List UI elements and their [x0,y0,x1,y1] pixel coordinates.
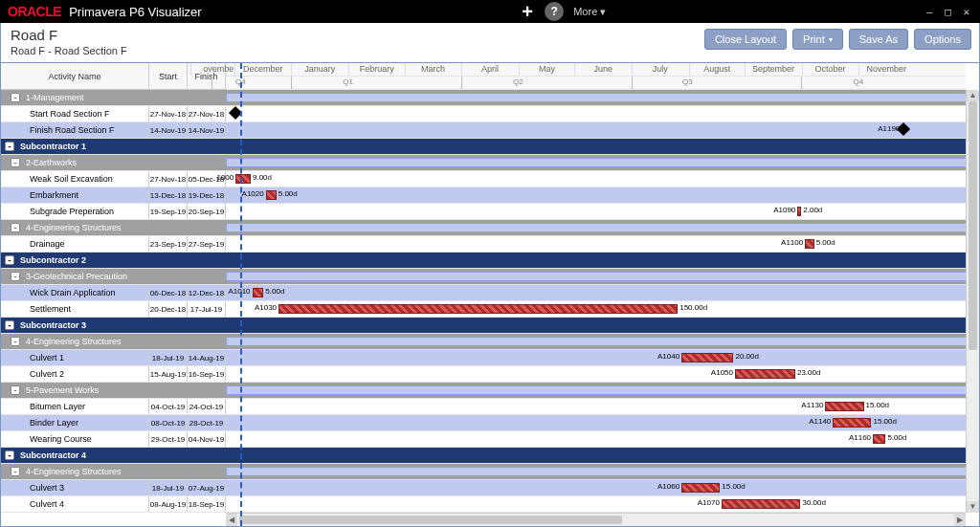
bar-duration-label: 2.00d [803,206,822,214]
activity-row[interactable]: Subgrade Preperation19-Sep-1920-Sep-19A1… [1,204,979,220]
close-layout-button[interactable]: Close Layout [704,29,787,50]
group-band[interactable]: -3-Geotechnical Precaution [1,269,979,285]
start-date: 06-Dec-18 [149,285,188,300]
oracle-logo: ORACLE [8,4,61,19]
timeline-month: June [593,64,612,74]
chevron-down-icon: ▾ [829,35,833,44]
finish-date: 14-Aug-19 [188,350,226,365]
gantt-cell: A11005.00d [226,236,979,252]
timeline-header[interactable]: ovembeDecemberJanuaryFebruaryMarchAprilM… [226,63,966,90]
gantt-cell: A1030150.00d [226,301,979,317]
bar-id-label: A1040 [651,352,679,361]
activity-name: 4-Engineering Structures [1,464,149,479]
activity-name: 3-Geotechnical Precaution [1,269,149,284]
start-date [149,318,188,333]
group-band[interactable]: -5-Pavement Works [1,383,979,399]
finish-date [188,139,226,154]
options-button[interactable]: Options [914,29,971,50]
column-header-activity[interactable]: Activity Name [1,63,149,90]
scroll-up-icon[interactable]: ▲ [967,90,979,101]
start-date: 13-Dec-18 [149,187,188,203]
timeline-month: August [703,64,730,74]
bar-id-label: A1190 [871,124,900,133]
scroll-right-icon[interactable]: ▶ [954,514,966,526]
subcontractor-band[interactable]: -Subcontractor 3 [1,318,979,334]
scroll-thumb[interactable] [239,516,622,524]
group-band[interactable]: -2-Earthworks [1,155,979,171]
gantt-bar[interactable] [681,483,720,493]
activity-name: 2-Earthworks [1,155,149,170]
save-as-button[interactable]: Save As [849,29,908,50]
finish-date [188,334,226,349]
horizontal-scrollbar[interactable]: ◀ ▶ [226,513,966,526]
finish-date [188,253,226,268]
gantt-bar[interactable] [873,434,885,444]
finish-date [188,90,226,105]
activity-row[interactable]: Binder Layer08-Oct-1928-Oct-19A114015.00… [1,415,979,431]
activity-name: Culvert 4 [1,496,149,512]
bar-id-label: 1000 [205,173,234,182]
group-band[interactable]: -4-Engineering Structures [1,464,979,480]
activity-row[interactable]: Weak Soil Excavation27-Nov-1805-Dec-1810… [1,171,979,187]
help-icon[interactable]: ? [545,2,564,21]
activity-row[interactable]: Culvert 408-Aug-1918-Sep-19A107030.00d [1,496,979,513]
activity-row[interactable]: Culvert 215-Aug-1916-Sep-19A105023.00d [1,366,979,383]
group-band[interactable]: -4-Engineering Structures [1,334,979,350]
gantt-bar[interactable] [235,174,251,184]
subcontractor-band[interactable]: -Subcontractor 1 [1,139,979,155]
finish-date [188,155,226,170]
window-controls[interactable]: — □ ✕ [926,6,972,18]
activity-name: Culvert 1 [1,350,149,365]
activity-name: Bitumen Layer [1,399,149,414]
activity-name: Subcontractor 1 [1,139,149,154]
gantt-bar[interactable] [266,190,277,200]
activity-row[interactable]: Finish Road Section F14-Nov-1914-Nov-19A… [1,122,979,139]
scroll-left-icon[interactable]: ◀ [226,514,237,526]
timeline-quarter: Q2 [513,77,523,86]
finish-date [188,448,226,463]
activity-row[interactable]: Drainage23-Sep-1927-Sep-19A11005.00d [1,236,979,253]
gantt-bar[interactable] [253,288,264,297]
gantt-bar[interactable] [681,353,733,362]
activity-name: Culvert 2 [1,366,149,382]
activity-row[interactable]: Wick Drain Application06-Dec-1812-Dec-18… [1,285,979,301]
print-button[interactable]: Print▾ [792,29,843,50]
activity-row[interactable]: Culvert 318-Jul-1907-Aug-19A106015.00d [1,480,979,496]
subcontractor-band[interactable]: -Subcontractor 4 [1,448,979,464]
timeline-quarter: Q3 [682,77,693,86]
gantt-cell: A10205.00d [226,187,979,203]
finish-date: 16-Sep-19 [188,366,226,382]
gantt-bar[interactable] [722,499,801,509]
layout-header: Road F Road F - Road Section F Close Lay… [0,23,980,63]
scroll-down-icon[interactable]: ▼ [967,501,979,513]
gantt-cell: A105023.00d [226,366,979,382]
gantt-bar[interactable] [735,369,795,379]
activity-row[interactable]: Embarkment13-Dec-1819-Dec-18A10205.00d [1,187,979,204]
subcontractor-band[interactable]: -Subcontractor 2 [1,253,979,269]
gantt-cell: A114015.00d [226,415,979,430]
activity-name: Wick Drain Application [1,285,149,300]
bar-duration-label: 23.00d [797,368,820,377]
gantt-bar[interactable] [278,304,678,314]
bar-duration-label: 5.00d [278,189,298,198]
gantt-bar[interactable] [833,418,871,428]
group-band[interactable]: -4-Engineering Structures [1,220,979,236]
activity-row[interactable]: Wearing Course29-Oct-1904-Nov-19A11605.0… [1,431,979,448]
gantt-bar[interactable] [825,402,863,411]
activity-row[interactable]: Bitumen Layer04-Oct-1924-Oct-19A113015.0… [1,399,979,415]
add-icon[interactable]: + [518,2,537,21]
finish-date: 20-Sep-19 [188,204,226,219]
activity-row[interactable]: Start Road Section F27-Nov-1827-Nov-18 [1,106,979,122]
activity-row[interactable]: Culvert 118-Jul-1914-Aug-19A104020.00d [1,350,979,366]
gantt-bar[interactable] [805,239,813,249]
column-header-start[interactable]: Start [149,63,188,90]
vertical-scrollbar[interactable]: ▲ ▼ [966,90,979,513]
more-menu[interactable]: More ▾ [573,6,606,18]
activity-row[interactable]: Settlement20-Dec-1817-Jul-19A1030150.00d [1,301,979,318]
scroll-thumb[interactable] [969,101,977,350]
group-band[interactable]: -1-Management [1,90,979,106]
gantt-cell: A11605.00d [226,431,979,447]
start-date [149,383,188,398]
bar-id-label: A1070 [691,498,720,507]
gantt-bar[interactable] [797,207,801,216]
